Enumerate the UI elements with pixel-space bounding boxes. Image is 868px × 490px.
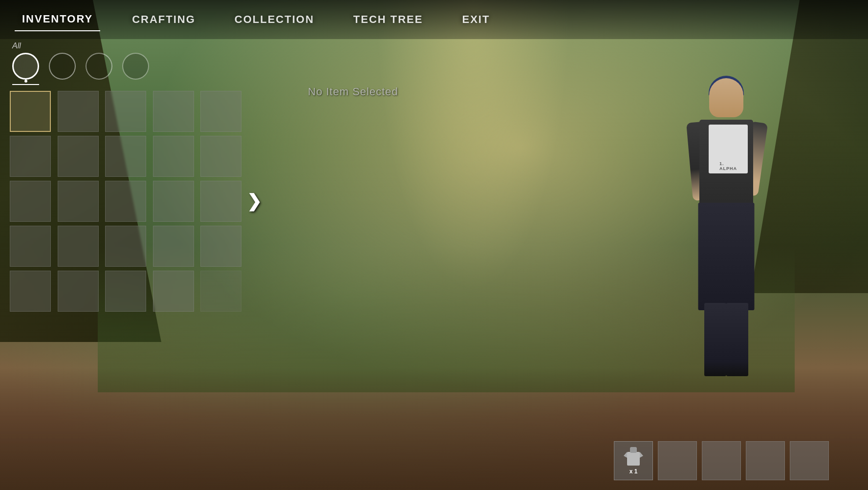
- grid-cell-4[interactable]: [200, 91, 241, 132]
- svg-rect-3: [630, 447, 637, 453]
- nav-item-tech-tree[interactable]: TECH TREE: [346, 8, 431, 31]
- grid-wrapper: ❯: [10, 91, 244, 312]
- grid-cell-24[interactable]: [200, 271, 241, 312]
- grid-cell-18[interactable]: [153, 226, 194, 267]
- indicator-line: [12, 84, 39, 85]
- grid-cell-0[interactable]: [10, 91, 51, 132]
- inventory-panel: All: [10, 42, 244, 480]
- nav-item-exit[interactable]: EXIT: [455, 8, 497, 31]
- grid-cell-6[interactable]: [58, 136, 99, 177]
- grid-cell-1[interactable]: [58, 91, 99, 132]
- grid-cell-5[interactable]: [10, 136, 51, 177]
- grid-cell-3[interactable]: [153, 91, 194, 132]
- grid-cell-16[interactable]: [58, 226, 99, 267]
- filter-indicator-row: [10, 80, 244, 85]
- filter-indicator-4: [122, 80, 149, 85]
- grid-cell-20[interactable]: [10, 271, 51, 312]
- grid-cell-23[interactable]: [153, 271, 194, 312]
- char-head: [709, 78, 743, 117]
- grid-cell-12[interactable]: [105, 181, 146, 222]
- next-page-arrow[interactable]: ❯: [247, 191, 261, 212]
- bottom-bar: x 1: [614, 441, 829, 480]
- svg-marker-1: [624, 452, 627, 458]
- char-leg-left: [704, 303, 726, 376]
- grid-cell-7[interactable]: [105, 136, 146, 177]
- grid-cell-2[interactable]: [105, 91, 146, 132]
- nav-item-crafting[interactable]: CRAFTING: [125, 8, 203, 31]
- filter-circle-3[interactable]: [86, 53, 112, 80]
- grid-cell-10[interactable]: [10, 181, 51, 222]
- equip-slot-2[interactable]: [658, 441, 697, 480]
- filter-circle-all[interactable]: [12, 53, 39, 80]
- grid-cell-14[interactable]: [200, 181, 241, 222]
- grid-cell-17[interactable]: [105, 226, 146, 267]
- grid-cell-11[interactable]: [58, 181, 99, 222]
- nav-bar: INVENTORY CRAFTING COLLECTION TECH TREE …: [0, 0, 868, 39]
- equip-slot-1[interactable]: x 1: [614, 441, 653, 480]
- category-all-label: All: [10, 42, 244, 50]
- grid-cell-8[interactable]: [153, 136, 194, 177]
- filter-indicator-2: [49, 80, 76, 85]
- char-shirt: 1.ALPHA: [709, 125, 748, 173]
- ui-overlay: INVENTORY CRAFTING COLLECTION TECH TREE …: [0, 0, 868, 490]
- equip-slot-5[interactable]: [790, 441, 829, 480]
- filter-indicator-3: [86, 80, 112, 85]
- grid-cell-19[interactable]: [200, 226, 241, 267]
- equip-slot-3[interactable]: [702, 441, 741, 480]
- grid-cell-22[interactable]: [105, 271, 146, 312]
- char-pants: [698, 203, 755, 310]
- char-leg-right: [726, 303, 748, 376]
- shirt-text: 1.ALPHA: [719, 161, 737, 171]
- svg-rect-0: [627, 452, 640, 466]
- no-item-selected-text: No Item Selected: [308, 85, 398, 98]
- grid-cell-15[interactable]: [10, 226, 51, 267]
- grid-cell-9[interactable]: [200, 136, 241, 177]
- filter-circle-2[interactable]: [49, 53, 76, 80]
- shirt-icon: [621, 447, 646, 467]
- character-area: 1.ALPHA: [624, 39, 819, 381]
- grid-cell-13[interactable]: [153, 181, 194, 222]
- nav-item-collection[interactable]: COLLECTION: [227, 8, 322, 31]
- filter-indicator-active: [12, 80, 39, 85]
- item-grid: [10, 91, 244, 312]
- nav-item-inventory[interactable]: INVENTORY: [15, 8, 100, 31]
- filter-circle-4[interactable]: [122, 53, 149, 80]
- filter-circles-row: [10, 53, 244, 80]
- equip-slot-4[interactable]: [746, 441, 785, 480]
- character-figure: 1.ALPHA: [658, 78, 795, 381]
- indicator-dot: [24, 80, 27, 83]
- svg-marker-2: [640, 452, 643, 458]
- grid-cell-21[interactable]: [58, 271, 99, 312]
- equip-slot-1-count: x 1: [629, 468, 638, 475]
